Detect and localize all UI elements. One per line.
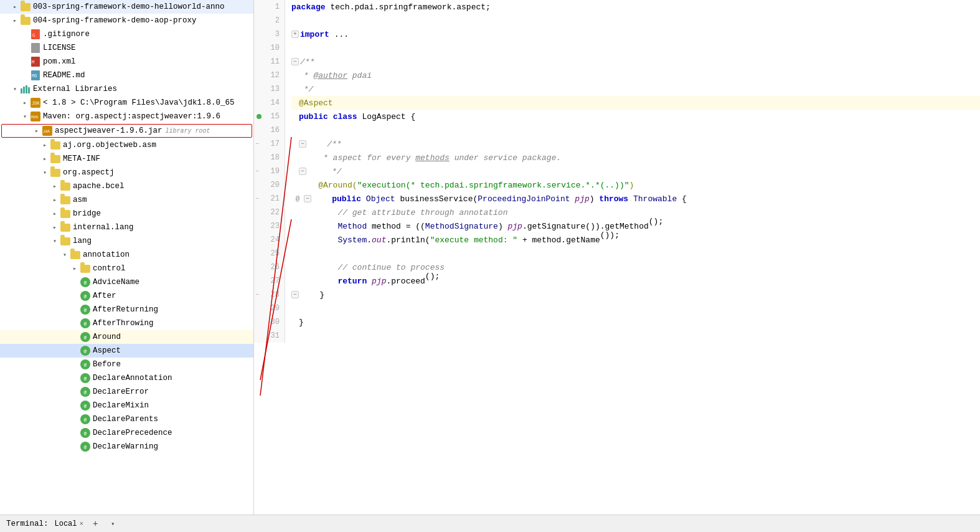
sidebar-item-lang[interactable]: lang xyxy=(0,234,253,248)
main-container: 003-spring-framework-demo-helloworld-ann… xyxy=(0,0,980,515)
sidebar: 003-spring-framework-demo-helloworld-ann… xyxy=(0,0,254,515)
sidebar-item-asm[interactable]: asm xyxy=(0,193,253,207)
line-num-20: 20 xyxy=(254,178,285,192)
fold-icon-17[interactable]: − xyxy=(299,140,306,148)
sidebar-item-gitignore[interactable]: G .gitignore xyxy=(0,27,253,41)
sidebar-item-aj-org[interactable]: aj.org.objectweb.asm xyxy=(0,138,253,152)
local-label: Local xyxy=(55,520,77,528)
comment2-end: */ xyxy=(308,167,342,176)
line-num-2: 2 xyxy=(254,14,285,27)
terminal-label: Terminal: xyxy=(6,520,49,528)
line-num-31: 31 xyxy=(254,329,285,343)
sidebar-item-license[interactable]: LICENSE xyxy=(0,41,253,55)
out-field: out xyxy=(372,235,386,245)
sidebar-item-ext-libs[interactable]: External Libraries xyxy=(0,82,253,96)
line-num-26: 26 xyxy=(254,260,285,274)
sidebar-item-label: DeclareWarning xyxy=(93,442,158,451)
sidebar-item-declaremixin[interactable]: @ DeclareMixin xyxy=(0,399,253,412)
line-num-22: 22 xyxy=(254,206,285,219)
line-num-24: 24 xyxy=(254,233,285,247)
code-line-18: * aspect for every methods under service… xyxy=(291,151,980,164)
sidebar-item-label: pom.xml xyxy=(43,57,76,66)
close-brace-outer: } xyxy=(299,318,304,327)
proceed-method: proceed xyxy=(391,277,425,286)
class-icon: @ xyxy=(80,277,91,287)
sidebar-item-afterreturning[interactable]: @ AfterReturning xyxy=(0,303,253,316)
code-area: 1 2 3 10 11 12 13 14 15 16 17 18 19 20 2… xyxy=(254,0,980,343)
sidebar-item-advicename[interactable]: @ AdviceName xyxy=(0,275,253,289)
line-num-14: 14 xyxy=(254,96,285,110)
sidebar-item-declareparents[interactable]: @ DeclareParents xyxy=(0,412,253,426)
sidebar-item-apache-bcel[interactable]: apache.bcel xyxy=(0,179,253,193)
add-terminal-button[interactable]: + xyxy=(90,518,101,530)
arrow-icon xyxy=(50,183,60,190)
system-class: System xyxy=(299,235,367,245)
sidebar-item-meta-inf[interactable]: META-INF xyxy=(0,152,253,166)
code-line-24: System.out.println("execute method: " + … xyxy=(291,233,980,247)
terminal-options-button[interactable]: ▾ xyxy=(107,518,118,530)
keyword-class: class xyxy=(333,112,357,121)
fold-icon-3[interactable]: + xyxy=(291,31,299,38)
editor-wrapper: 1 2 3 10 11 12 13 14 15 16 17 18 19 20 2… xyxy=(254,0,980,515)
keyword-throws: throws xyxy=(599,194,628,204)
sidebar-item-afterthrowing[interactable]: @ AfterThrowing xyxy=(0,316,253,330)
file-icon xyxy=(30,43,41,53)
comment-start: /** xyxy=(300,57,314,67)
sidebar-item-internal-lang[interactable]: internal.lang xyxy=(0,221,253,234)
arrow-icon xyxy=(40,141,50,149)
sidebar-item-label: DeclareMixin xyxy=(93,401,149,410)
folder-icon xyxy=(20,16,31,26)
comment-get-attr: // get attribute through annotation xyxy=(299,208,507,217)
sidebar-item-declareannotation[interactable]: @ DeclareAnnotation xyxy=(0,371,253,385)
sidebar-item-label: < 1.8 > C:\Program Files\Java\jdk1.8.0_6… xyxy=(43,98,235,107)
folder-icon xyxy=(60,181,71,191)
close-tab-icon[interactable]: × xyxy=(80,520,84,528)
local-tab[interactable]: Local × xyxy=(55,520,84,528)
sidebar-item-label: 004-spring-framework-demo-aop-proxy xyxy=(33,16,197,25)
code-line-10 xyxy=(291,41,980,55)
type-object: Object xyxy=(366,194,395,204)
sidebar-item-aspectjweaver-jar[interactable]: JAR aspectjweaver-1.9.6.jar library root xyxy=(1,124,252,138)
sidebar-item-org-aspectj[interactable]: org.aspectj xyxy=(0,166,253,179)
method-getmethod: getMethod xyxy=(605,222,649,231)
code-line-19: − */ xyxy=(291,164,980,178)
line-num-21: 21 xyxy=(254,192,285,206)
code-editor[interactable]: 1 2 3 10 11 12 13 14 15 16 17 18 19 20 2… xyxy=(254,0,980,343)
sidebar-item-aop-proxy[interactable]: 004-spring-framework-demo-aop-proxy xyxy=(0,14,253,27)
line-num-30: 30 xyxy=(254,315,285,329)
arrow-icon xyxy=(50,196,60,204)
sidebar-item-readme[interactable]: MD README.md xyxy=(0,69,253,82)
fold-icon-21[interactable]: − xyxy=(304,195,311,202)
class-icon: @ xyxy=(80,414,91,424)
sidebar-item-pom[interactable]: M pom.xml xyxy=(0,55,253,69)
sidebar-item-helloworld[interactable]: 003-spring-framework-demo-helloworld-ann… xyxy=(0,0,253,14)
code-line-26: // continue to process xyxy=(291,260,980,274)
sidebar-item-before[interactable]: @ Before xyxy=(0,358,253,371)
fold-icon-28[interactable]: − xyxy=(291,291,299,298)
sidebar-item-annotation[interactable]: annotation xyxy=(0,248,253,262)
folder-icon xyxy=(60,236,71,246)
sidebar-item-declareprecedence[interactable]: @ DeclarePrecedence xyxy=(0,426,253,440)
arrow-icon xyxy=(32,127,42,135)
line-num-17: 17 xyxy=(254,137,285,151)
sidebar-item-control[interactable]: control xyxy=(0,262,253,275)
var-method: method xyxy=(372,222,401,231)
getname-method: getName xyxy=(566,235,600,245)
sidebar-item-after[interactable]: @ After xyxy=(0,289,253,303)
class-icon: @ xyxy=(80,346,91,356)
sidebar-item-bridge[interactable]: bridge xyxy=(0,207,253,221)
svg-text:MVN: MVN xyxy=(31,115,38,119)
sidebar-item-around[interactable]: @ Around xyxy=(0,330,253,344)
line-num-27: 27 xyxy=(254,274,285,288)
class-icon: @ xyxy=(80,387,91,397)
fold-icon-19[interactable]: − xyxy=(299,168,306,175)
sidebar-item-maven-aspectj[interactable]: MVN Maven: org.aspectj:aspectjweaver:1.9… xyxy=(0,110,253,123)
sidebar-item-aspect[interactable]: @ Aspect xyxy=(0,344,253,358)
sidebar-item-declareerror[interactable]: @ DeclareError xyxy=(0,385,253,399)
sidebar-item-jdk[interactable]: JDK < 1.8 > C:\Program Files\Java\jdk1.8… xyxy=(0,96,253,110)
sidebar-item-declarewarning[interactable]: @ DeclareWarning xyxy=(0,440,253,454)
fold-icon-11[interactable]: − xyxy=(291,58,299,65)
class-icon: @ xyxy=(80,442,91,452)
svg-rect-8 xyxy=(23,87,25,93)
arrow-icon xyxy=(20,113,30,120)
